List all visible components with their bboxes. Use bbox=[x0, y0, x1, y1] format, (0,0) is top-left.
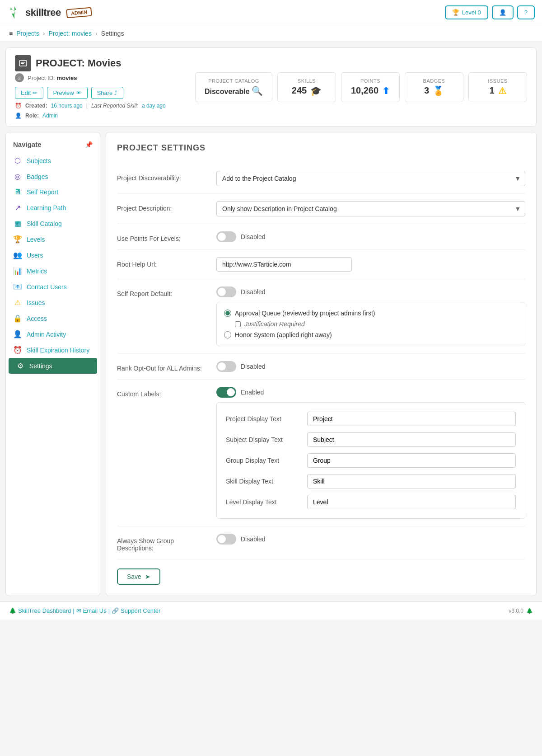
approval-queue-radio[interactable] bbox=[224, 310, 231, 317]
user-icon: 👤 bbox=[499, 9, 506, 16]
rank-toggle[interactable] bbox=[216, 361, 236, 372]
subject-display-input[interactable] bbox=[307, 432, 516, 447]
created-time[interactable]: 16 hours ago bbox=[51, 103, 83, 109]
app-footer: 🌲 SkillTree Dashboard | ✉ Email Us | 🔗 S… bbox=[0, 601, 542, 620]
svg-rect-4 bbox=[21, 63, 24, 64]
always-show-label: Always Show Group Descriptions: bbox=[117, 534, 207, 552]
catalog-icon: 🔍 bbox=[252, 86, 263, 96]
role-icon: 👤 bbox=[15, 113, 22, 119]
issues-nav-icon: ⚠ bbox=[13, 298, 22, 307]
sidebar-item-users[interactable]: 👥 Users bbox=[6, 247, 100, 263]
custom-labels-toggle[interactable] bbox=[216, 387, 236, 398]
sidebar-label-issues: Issues bbox=[27, 299, 45, 306]
role-value[interactable]: Admin bbox=[42, 113, 58, 119]
project-header: PROJECT: Movies ◎ Project ID: movies Edi… bbox=[5, 47, 537, 127]
skill-display-row: Skill Display Text bbox=[226, 474, 516, 488]
discoverability-select[interactable]: Add to the Project Catalog Private Proje… bbox=[216, 171, 525, 186]
sidebar-item-levels[interactable]: 🏆 Levels bbox=[6, 231, 100, 247]
settings-content: PROJECT SETTINGS Project Discoverability… bbox=[106, 132, 537, 596]
self-report-toggle[interactable] bbox=[216, 286, 236, 297]
group-display-input[interactable] bbox=[307, 453, 516, 468]
sidebar-label-metrics: Metrics bbox=[27, 268, 47, 275]
custom-labels-box: Project Display Text Subject Display Tex… bbox=[216, 402, 525, 519]
breadcrumb-project[interactable]: Project: movies bbox=[48, 30, 92, 37]
level-display-input[interactable] bbox=[307, 495, 516, 509]
catalog-value: Discoverable 🔍 bbox=[205, 85, 263, 96]
skill-display-label: Skill Display Text bbox=[226, 478, 307, 485]
project-id-icon: ◎ bbox=[15, 73, 24, 82]
issues-icon: ⚠ bbox=[498, 85, 506, 96]
description-control: Only show Description in Project Catalog… bbox=[216, 201, 525, 216]
sidebar-item-expiration[interactable]: ⏰ Skill Expiration History bbox=[6, 342, 100, 358]
user-button[interactable]: 👤 bbox=[492, 5, 514, 19]
project-role: 👤 Role: Admin bbox=[15, 113, 191, 119]
points-icon: ⬆ bbox=[382, 85, 390, 96]
subject-display-label: Subject Display Text bbox=[226, 436, 307, 443]
sidebar-item-contact[interactable]: 📧 Contact Users bbox=[6, 279, 100, 295]
save-button[interactable]: Save ➤ bbox=[117, 568, 160, 585]
self-report-toggle-label: Disabled bbox=[241, 288, 265, 296]
sidebar-item-badges[interactable]: ◎ Badges bbox=[6, 169, 100, 184]
description-row: Project Description: Only show Descripti… bbox=[117, 194, 525, 224]
self-report-label: Self Report Default: bbox=[117, 286, 207, 297]
footer-email-link[interactable]: Email Us bbox=[83, 607, 107, 614]
rank-row: Rank Opt-Out for ALL Admins: Disabled bbox=[117, 354, 525, 380]
sidebar-header: Navigate 📌 bbox=[6, 138, 100, 153]
sidebar-label-expiration: Skill Expiration History bbox=[27, 347, 89, 354]
project-display-row: Project Display Text bbox=[226, 412, 516, 426]
points-control: Disabled bbox=[216, 231, 525, 242]
stat-skills: SKILLS 245 🎓 bbox=[277, 72, 336, 102]
points-value: 10,260 ⬆ bbox=[350, 85, 390, 96]
footer-support-link[interactable]: Support Center bbox=[121, 607, 160, 614]
logo-text: skilltree bbox=[25, 7, 61, 19]
always-show-toggle[interactable] bbox=[216, 534, 236, 545]
main-layout: Navigate 📌 ⬡ Subjects ◎ Badges 🖥 Self Re… bbox=[5, 132, 537, 596]
custom-labels-toggle-row: Enabled bbox=[216, 387, 525, 398]
help-button[interactable]: ? bbox=[517, 5, 535, 19]
badges-icon: 🏅 bbox=[433, 85, 444, 96]
root-help-control bbox=[216, 257, 525, 272]
rank-toggle-slider bbox=[216, 361, 236, 372]
stat-catalog: PROJECT CATALOG Discoverable 🔍 bbox=[195, 72, 272, 102]
justification-checkbox[interactable] bbox=[235, 321, 241, 327]
sidebar-item-settings[interactable]: ⚙ Settings bbox=[9, 358, 97, 374]
sidebar-item-access[interactable]: 🔒 Access bbox=[6, 310, 100, 326]
level-button[interactable]: 🏆 Level 0 bbox=[445, 5, 488, 19]
root-help-input[interactable] bbox=[216, 257, 352, 272]
edit-button[interactable]: Edit ✏ bbox=[15, 87, 43, 99]
stat-badges: BADGES 3 🏅 bbox=[405, 72, 463, 102]
sidebar-item-selfreport[interactable]: 🖥 Self Report bbox=[6, 184, 100, 200]
footer-tree-icon: 🌲 bbox=[9, 607, 16, 614]
selfreport-icon: 🖥 bbox=[13, 188, 22, 196]
skill-display-input[interactable] bbox=[307, 474, 516, 488]
sidebar-item-adminactivity[interactable]: 👤 Admin Activity bbox=[6, 326, 100, 342]
sidebar-item-learningpath[interactable]: ↗ Learning Path bbox=[6, 200, 100, 216]
discoverability-control: Add to the Project Catalog Private Proje… bbox=[216, 171, 525, 186]
group-display-row: Group Display Text bbox=[226, 453, 516, 468]
last-skill-time[interactable]: a day ago bbox=[142, 103, 166, 109]
share-button[interactable]: Share ⤴ bbox=[91, 87, 124, 99]
points-toggle[interactable] bbox=[216, 231, 236, 242]
rank-toggle-row: Disabled bbox=[216, 361, 525, 372]
expiration-icon: ⏰ bbox=[13, 346, 22, 354]
badges-nav-icon: ◎ bbox=[13, 172, 22, 181]
custom-labels-control: Enabled Project Display Text Subject Dis… bbox=[216, 387, 525, 519]
sidebar-pin-icon[interactable]: 📌 bbox=[85, 141, 93, 148]
preview-button[interactable]: Preview 👁 bbox=[47, 87, 87, 99]
project-display-input[interactable] bbox=[307, 412, 516, 426]
level-display-row: Level Display Text bbox=[226, 495, 516, 509]
logo-area: skilltree ADMIN bbox=[7, 5, 92, 20]
self-report-row: Self Report Default: Disabled Approval Q… bbox=[117, 279, 525, 354]
always-show-toggle-row: Disabled bbox=[216, 534, 525, 545]
sidebar-label-settings: Settings bbox=[29, 362, 52, 370]
breadcrumb-projects[interactable]: Projects bbox=[16, 30, 39, 37]
project-stats: PROJECT CATALOG Discoverable 🔍 SKILLS 24… bbox=[191, 72, 527, 102]
sidebar-item-metrics[interactable]: 📊 Metrics bbox=[6, 263, 100, 279]
sidebar-item-issues[interactable]: ⚠ Issues bbox=[6, 295, 100, 310]
sidebar-item-skillcatalog[interactable]: ▦ Skill Catalog bbox=[6, 216, 100, 231]
sidebar: Navigate 📌 ⬡ Subjects ◎ Badges 🖥 Self Re… bbox=[5, 132, 100, 596]
sidebar-item-subjects[interactable]: ⬡ Subjects bbox=[6, 153, 100, 169]
honor-system-radio[interactable] bbox=[224, 331, 231, 338]
footer-dashboard-link[interactable]: SkillTree Dashboard bbox=[18, 607, 71, 614]
description-select[interactable]: Only show Description in Project Catalog… bbox=[216, 201, 525, 216]
